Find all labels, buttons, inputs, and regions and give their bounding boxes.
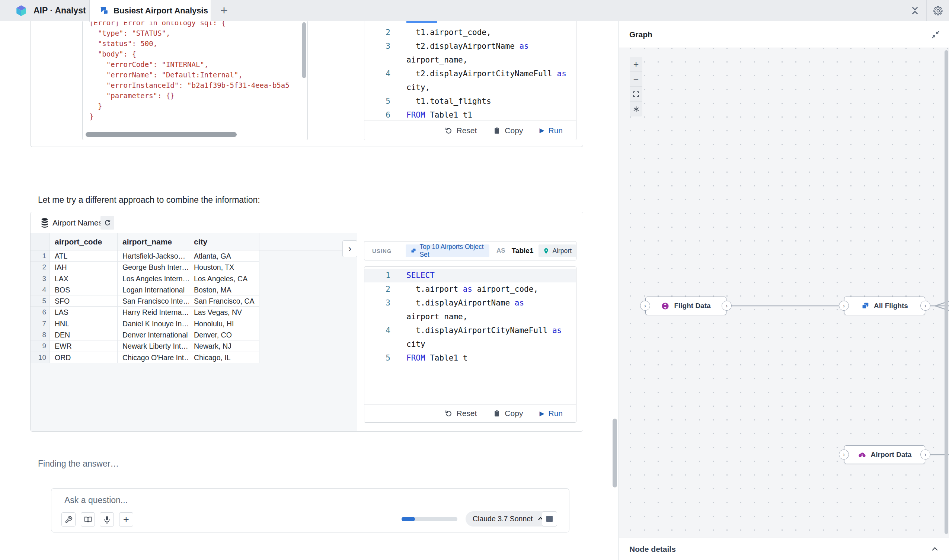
table-cell[interactable]: HNL bbox=[50, 318, 118, 329]
collapse-panels-button[interactable] bbox=[903, 0, 926, 21]
table-cell[interactable]: Atlanta, GA bbox=[189, 251, 259, 261]
model-selector[interactable]: Claude 3.7 Sonnet bbox=[466, 511, 551, 526]
table-cell[interactable]: ORD bbox=[50, 352, 118, 363]
sql-line[interactable]: 1SELECT bbox=[365, 21, 576, 26]
table-cell[interactable]: Los Angeles Intern… bbox=[118, 273, 189, 284]
settings-gear-icon[interactable] bbox=[927, 0, 949, 21]
add-attachment-button[interactable]: + bbox=[119, 512, 133, 526]
table-row[interactable]: 2IAHGeorge Bush Inter…Houston, TX bbox=[31, 262, 259, 273]
table-cell[interactable]: Newark Liberty Int… bbox=[118, 340, 189, 351]
sql-wrap-line[interactable]: city, bbox=[365, 81, 576, 94]
table-row[interactable]: 9EWRNewark Liberty Int…Newark, NJ bbox=[31, 340, 259, 352]
sql-line[interactable]: 1SELECT bbox=[365, 269, 576, 282]
expand-sql-panel-button[interactable]: › bbox=[342, 240, 357, 257]
error-horizontal-scrollbar[interactable] bbox=[86, 132, 237, 137]
sql-line[interactable]: 5 t1.total_flights bbox=[365, 94, 576, 108]
table-cell[interactable]: George Bush Inter… bbox=[118, 262, 189, 272]
reset-button[interactable]: Reset bbox=[445, 126, 477, 135]
table-row[interactable]: 8DENDenver InternationalDenver, CO bbox=[31, 329, 259, 340]
object-type-pill[interactable]: Airport bbox=[538, 245, 576, 257]
error-code-block[interactable]: [Error] Error in ontology sql: { "type":… bbox=[82, 21, 308, 140]
zoom-in-button[interactable]: + bbox=[630, 57, 642, 72]
refresh-button[interactable] bbox=[100, 216, 114, 229]
node-output-port[interactable]: › bbox=[721, 301, 732, 311]
table-cell[interactable]: EWR bbox=[50, 340, 118, 351]
run-button[interactable]: ▶ Run bbox=[539, 409, 563, 418]
table-cell[interactable]: LAS bbox=[50, 307, 118, 317]
table-cell[interactable]: Hartsfield-Jackso… bbox=[118, 251, 189, 261]
copy-button[interactable]: Copy bbox=[493, 126, 523, 135]
table-cell[interactable]: Boston, MA bbox=[189, 284, 259, 295]
sql-wrap-line[interactable]: airport_name, bbox=[365, 310, 576, 324]
sql-line[interactable]: 4 t.displayAirportCityNameFull as bbox=[365, 324, 576, 337]
sql-line[interactable]: 2 t.airport as airport_code, bbox=[365, 282, 576, 296]
object-set-pill[interactable]: Top 10 Airports Object Set bbox=[406, 245, 489, 257]
table-cell[interactable]: Los Angeles, CA bbox=[189, 273, 259, 284]
table-cell[interactable]: Chicago O'Hare Int… bbox=[118, 352, 189, 363]
fit-to-screen-button[interactable] bbox=[630, 87, 642, 102]
table-row[interactable]: 6LASHarry Reid Interna…Las Vegas, NV bbox=[31, 307, 259, 318]
table-cell[interactable]: BOS bbox=[50, 284, 118, 295]
copy-button[interactable]: Copy bbox=[493, 409, 523, 418]
table-row[interactable]: 7HNLDaniel K Inouye In…Honolulu, HI bbox=[31, 318, 259, 329]
graph-canvas[interactable]: + − Flight Data › › bbox=[619, 48, 949, 538]
table-cell[interactable]: DEN bbox=[50, 329, 118, 340]
table-cell[interactable]: San Francisco, CA bbox=[189, 295, 259, 306]
table-row[interactable]: 3LAXLos Angeles Intern…Los Angeles, CA bbox=[31, 273, 259, 284]
table-cell[interactable]: SFO bbox=[50, 295, 118, 306]
question-composer[interactable]: Ask a question... + Claude 3.7 Sonnet bbox=[51, 488, 569, 532]
sql-line[interactable]: 3 t2.displayAirportName as bbox=[365, 40, 576, 53]
table-cell[interactable]: Honolulu, HI bbox=[189, 318, 259, 329]
question-input-placeholder[interactable]: Ask a question... bbox=[65, 495, 128, 505]
expand-node-details-icon[interactable] bbox=[931, 546, 938, 553]
node-output-port[interactable]: › bbox=[920, 449, 931, 460]
node-input-port[interactable]: › bbox=[839, 301, 849, 311]
column-header-airport-name[interactable]: airport_name bbox=[118, 233, 189, 250]
auto-layout-button[interactable] bbox=[630, 102, 642, 117]
table-row[interactable]: 1ATLHartsfield-Jackso…Atlanta, GA bbox=[31, 251, 259, 262]
sql-wrap-line[interactable]: airport_name, bbox=[365, 53, 576, 67]
tab-busiest-airport-analysis[interactable]: Busiest Airport Analysis bbox=[89, 0, 211, 22]
table-cell[interactable]: ATL bbox=[50, 251, 118, 261]
graph-node-airport-data[interactable]: Airport Data › › bbox=[844, 445, 925, 464]
new-tab-button[interactable]: + bbox=[217, 0, 231, 21]
sql-wrap-line[interactable]: city bbox=[365, 337, 576, 351]
sql-line[interactable]: 6FROM Table1 t1 bbox=[365, 108, 576, 122]
tools-wrench-button[interactable] bbox=[62, 512, 75, 526]
table-cell[interactable]: San Francisco Inte… bbox=[118, 295, 189, 306]
table-row[interactable]: 4BOSLogan InternationalBoston, MA bbox=[31, 284, 259, 295]
run-button[interactable]: ▶ Run bbox=[539, 126, 563, 135]
table-cell[interactable]: IAH bbox=[50, 262, 118, 272]
node-input-port[interactable]: › bbox=[839, 449, 849, 460]
sql-line[interactable]: 2 t1.airport_code, bbox=[365, 26, 576, 40]
graph-node-all-flights[interactable]: All Flights › › bbox=[844, 297, 925, 315]
stop-generation-button[interactable] bbox=[542, 511, 557, 526]
graph-node-flight-data[interactable]: Flight Data › › bbox=[645, 297, 726, 315]
table-cell[interactable]: LAX bbox=[50, 273, 118, 284]
table-cell[interactable]: Logan International bbox=[118, 284, 189, 295]
error-vertical-scrollbar[interactable] bbox=[302, 22, 306, 78]
table-cell[interactable]: Las Vegas, NV bbox=[189, 307, 259, 317]
node-output-port[interactable]: › bbox=[920, 301, 931, 311]
knowledge-book-button[interactable] bbox=[81, 512, 95, 526]
table-cell[interactable]: Chicago, IL bbox=[189, 352, 259, 363]
reset-button[interactable]: Reset bbox=[445, 409, 477, 418]
table-cell[interactable]: Newark, NJ bbox=[189, 340, 259, 351]
table-cell[interactable]: Denver, CO bbox=[189, 329, 259, 340]
graph-scrollbar[interactable] bbox=[944, 50, 948, 534]
minimize-panel-icon[interactable] bbox=[931, 29, 941, 40]
table-cell[interactable]: Denver International bbox=[118, 329, 189, 340]
sql-editor-1[interactable]: 1SELECT2 t1.airport_code,3 t2.displayAir… bbox=[364, 21, 577, 140]
node-input-port[interactable]: › bbox=[640, 301, 650, 311]
table-cell[interactable]: Houston, TX bbox=[189, 262, 259, 272]
sql-line[interactable]: 4 t2.displayAirportCityNameFull as bbox=[365, 67, 576, 81]
sql-editor-2[interactable]: 1SELECT2 t.airport as airport_code,3 t.d… bbox=[364, 266, 577, 423]
table-row[interactable]: 10ORDChicago O'Hare Int…Chicago, IL bbox=[31, 352, 259, 363]
sql-line[interactable]: 3 t.displayAirportName as bbox=[365, 296, 576, 310]
table-cell[interactable]: Daniel K Inouye In… bbox=[118, 318, 189, 329]
sql-line[interactable]: 5FROM Table1 t bbox=[365, 351, 576, 365]
node-details-bar[interactable]: Node details bbox=[619, 538, 949, 560]
column-header-airport-code[interactable]: airport_code bbox=[50, 233, 118, 250]
table-row[interactable]: 5SFOSan Francisco Inte…San Francisco, CA bbox=[31, 295, 259, 307]
zoom-out-button[interactable]: − bbox=[630, 72, 642, 87]
